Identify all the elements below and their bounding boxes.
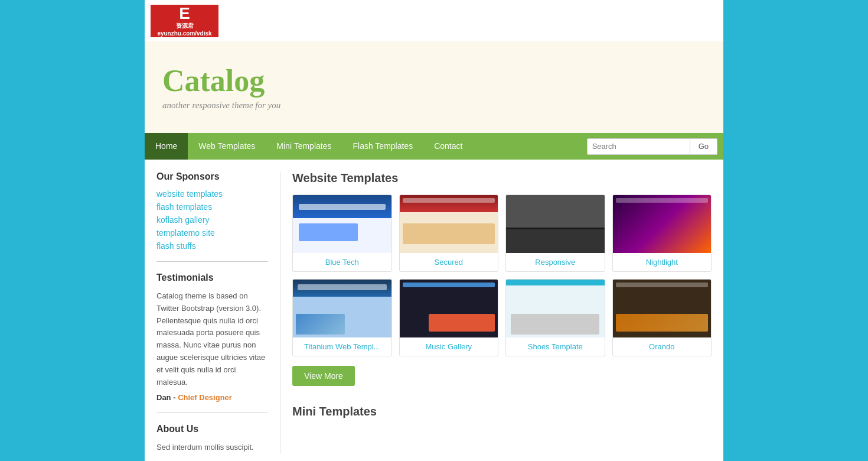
divider-2 [156, 413, 268, 413]
nav-item-web-templates[interactable]: Web Templates [188, 133, 266, 160]
logo-bar: E 资源君 eyunzhu.com/vdisk [145, 0, 723, 41]
nav-links: Home Web Templates Mini Templates Flash … [145, 133, 587, 160]
template-thumb-nightlight [613, 195, 712, 253]
template-card-titanium[interactable]: Titanium Web Templ... [292, 279, 392, 356]
search-input[interactable] [587, 138, 690, 155]
template-thumb-titanium [293, 280, 391, 337]
template-name-titanium[interactable]: Titanium Web Templ... [293, 337, 391, 356]
template-thumb-orando [613, 280, 712, 337]
website-templates-heading: Website Templates [292, 171, 712, 185]
logo-letter: E [179, 5, 190, 22]
template-name-blue-tech[interactable]: Blue Tech [293, 253, 391, 271]
header-banner: Catalog another responsive theme for you [145, 41, 723, 133]
template-name-nightlight[interactable]: Nightlight [613, 253, 712, 271]
template-name-music-gallery[interactable]: Music Gallery [400, 337, 498, 356]
site-title: Catalog [162, 64, 280, 98]
about-us-text: Sed interdum mollis suscipit. [156, 441, 268, 454]
site-subtitle: another responsive theme for you [162, 100, 280, 111]
sidebar-link-templatemo[interactable]: templatemo site [156, 228, 268, 238]
divider-1 [156, 261, 268, 262]
template-card-blue-tech[interactable]: Blue Tech [292, 194, 392, 272]
nav-item-contact[interactable]: Contact [423, 133, 473, 160]
sponsors-heading: Our Sponsors [156, 171, 268, 182]
template-thumb-music-gallery [400, 280, 498, 337]
template-thumb-secured [400, 195, 498, 253]
sidebar: Our Sponsors website templates flash tem… [145, 171, 280, 454]
dan-role[interactable]: Chief Designer [178, 393, 232, 402]
template-name-secured[interactable]: Secured [400, 253, 498, 271]
testimonials-heading: Testimonials [156, 272, 268, 283]
search-go-button[interactable]: Go [690, 138, 717, 155]
template-name-orando[interactable]: Orando [613, 337, 712, 356]
sidebar-link-flash-stuffs[interactable]: flash stuffs [156, 241, 268, 251]
dan-name: Dan - [156, 393, 176, 402]
sidebar-link-koflash[interactable]: koflash gallery [156, 215, 268, 225]
mini-templates-heading: Mini Templates [292, 405, 712, 418]
template-thumb-shoes [506, 280, 605, 337]
search-area: Go [587, 138, 723, 155]
template-card-music-gallery[interactable]: Music Gallery [399, 279, 499, 356]
nav-item-home[interactable]: Home [145, 133, 188, 160]
testimonials-text: Catalog theme is based on Twitter Bootst… [156, 290, 268, 388]
sidebar-link-website-templates[interactable]: website templates [156, 189, 268, 199]
template-card-shoes[interactable]: Shoes Template [505, 279, 605, 356]
logo[interactable]: E 资源君 eyunzhu.com/vdisk [151, 5, 218, 37]
about-heading: About Us [156, 424, 268, 434]
dan-label: Dan - Chief Designer [156, 393, 268, 402]
template-card-nightlight[interactable]: Nightlight [612, 194, 712, 272]
template-card-secured[interactable]: Secured [399, 194, 499, 272]
nav-item-mini-templates[interactable]: Mini Templates [266, 133, 342, 160]
content-area: Website Templates Blue Tech Secured [280, 171, 723, 454]
template-thumb-blue-tech [293, 195, 391, 253]
template-card-responsive[interactable]: Responsive [505, 194, 605, 272]
template-grid: Blue Tech Secured Responsive [292, 194, 712, 356]
template-card-orando[interactable]: Orando [612, 279, 712, 356]
logo-subtext: eyunzhu.com/vdisk [157, 30, 211, 37]
navbar: Home Web Templates Mini Templates Flash … [145, 133, 723, 160]
nav-item-flash-templates[interactable]: Flash Templates [342, 133, 423, 160]
sidebar-link-flash-templates[interactable]: flash templates [156, 202, 268, 212]
view-more-button[interactable]: View More [292, 366, 355, 386]
template-thumb-responsive [506, 195, 605, 253]
template-name-responsive[interactable]: Responsive [506, 253, 605, 271]
logo-text: 资源君 [176, 22, 194, 30]
template-name-shoes[interactable]: Shoes Template [506, 337, 605, 356]
main-wrapper: E 资源君 eyunzhu.com/vdisk Catalog another … [145, 0, 723, 461]
main-content: Our Sponsors website templates flash tem… [145, 160, 723, 461]
